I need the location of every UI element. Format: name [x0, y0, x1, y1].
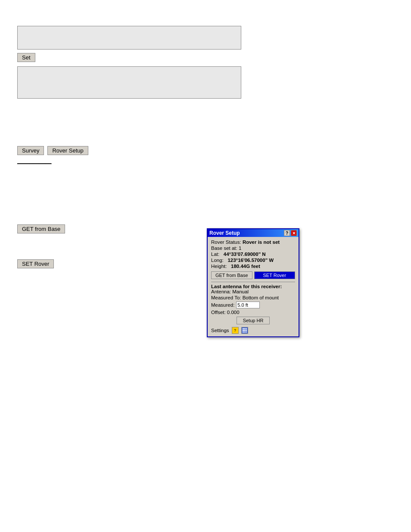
survey-button[interactable]: Survey [17, 146, 44, 155]
dialog-title: Rover Setup [209, 230, 240, 236]
svg-rect-6 [243, 332, 244, 333]
rover-status-value: Rover is not set [243, 240, 280, 245]
measured-to-label: Measured To: Bottom of mount [211, 295, 295, 300]
grid-svg [242, 328, 247, 333]
divider [211, 282, 295, 282]
dialog-body: Rover Status: Rover is not set Base set … [208, 237, 299, 336]
text-area-1 [17, 26, 241, 50]
svg-rect-0 [243, 328, 244, 330]
svg-rect-4 [244, 330, 246, 331]
help-icon-button[interactable]: ? [284, 230, 290, 236]
base-set-line: Base set at: 1 [211, 246, 295, 251]
svg-rect-2 [246, 328, 247, 330]
mid-section: Survey Rover Setup ___________ GET from … [17, 116, 394, 268]
action-row: GET from Base SET Rover [211, 271, 295, 279]
svg-rect-7 [244, 332, 246, 333]
settings-icon[interactable]: ? [232, 327, 239, 334]
offset-line: Offset: 0.000 [211, 310, 295, 315]
long-label: Long: [211, 258, 224, 263]
long-line: Long: 123°16'06.57000" W [211, 258, 295, 263]
lat-value: 44°33'07.69000" N [224, 252, 266, 257]
antenna-value: Antenna: Manual [211, 289, 295, 294]
set-rover-button[interactable]: SET Rover [17, 259, 54, 268]
antenna-header: Last antenna for this receiver: [211, 284, 295, 289]
close-button[interactable]: ✕ [291, 230, 297, 236]
rover-setup-button[interactable]: Rover Setup [47, 146, 88, 155]
dialog-titlebar: Rover Setup ? ✕ [208, 229, 299, 237]
rover-status-label: Rover Status: [211, 240, 241, 245]
long-value: 123°16'06.57000" W [227, 258, 274, 263]
grid-icon[interactable] [241, 327, 248, 334]
underline-text: ___________ [17, 158, 394, 164]
dialog-footer: Settings ? [211, 327, 295, 334]
titlebar-icons: ? ✕ [284, 230, 297, 236]
height-line: Height: 180.44G feet [211, 264, 295, 269]
rover-status-line: Rover Status: Rover is not set [211, 240, 295, 245]
lat-label: Lat: [211, 252, 219, 257]
button-row: Survey Rover Setup [17, 146, 394, 155]
dialog-get-from-base-button[interactable]: GET from Base [211, 271, 252, 279]
base-set-value: 1 [239, 246, 241, 251]
get-from-base-button[interactable]: GET from Base [17, 224, 65, 233]
height-label: Height: [211, 264, 227, 269]
rover-setup-dialog: Rover Setup ? ✕ Rover Status: Rover is n… [207, 228, 299, 337]
setup-hr-button[interactable]: Setup HR [237, 317, 270, 324]
settings-icon-label: ? [234, 328, 236, 333]
dialog-set-rover-button[interactable]: SET Rover [254, 271, 296, 279]
base-set-label: Base set at: [211, 246, 237, 251]
settings-label: Settings [211, 328, 229, 333]
measured-label: Measured: [211, 302, 234, 308]
top-section: Set [17, 26, 394, 99]
lat-line: Lat: 44°33'07.69000" N [211, 252, 295, 257]
svg-rect-3 [243, 330, 244, 331]
measured-row: Measured: [211, 302, 295, 308]
height-value: 180.44G feet [231, 264, 260, 269]
svg-rect-5 [246, 330, 247, 331]
measured-input[interactable] [236, 302, 260, 308]
text-area-2 [17, 66, 241, 99]
svg-rect-8 [246, 332, 247, 333]
set-button[interactable]: Set [17, 53, 35, 62]
svg-rect-1 [244, 328, 246, 330]
